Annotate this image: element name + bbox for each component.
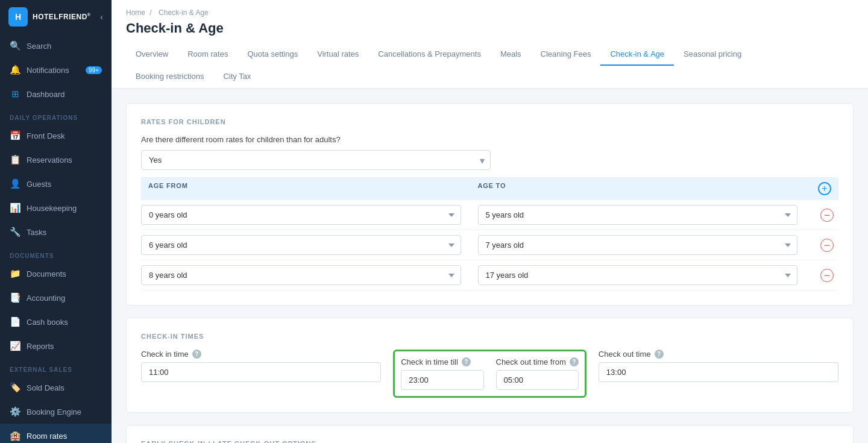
sidebar-item-label: Sold Deals bbox=[27, 383, 64, 392]
section-external-sales: EXTERNAL SALES bbox=[0, 358, 112, 375]
sidebar-item-search[interactable]: 🔍 Search bbox=[0, 34, 112, 58]
sidebar-item-accounting[interactable]: 📑 Accounting bbox=[0, 286, 112, 310]
age-row: 0 years old1 years old2 years old3 years… bbox=[141, 200, 838, 230]
documents-icon: 📁 bbox=[10, 268, 20, 279]
highlight-box: Check in time till ? 23:0022:0024:00 Che… bbox=[393, 350, 587, 398]
age-to-select-2[interactable]: 7 years old8 years old9 years old bbox=[478, 235, 798, 255]
checkout-time-label: Check out time ? bbox=[599, 350, 838, 359]
section-documents: DOCUMENTS bbox=[0, 244, 112, 262]
tab-quota-settings[interactable]: Quota settings bbox=[237, 43, 307, 66]
logo-area: H HOTELFRIEND® bbox=[8, 7, 91, 27]
tab-city-tax[interactable]: City Tax bbox=[213, 66, 260, 88]
sidebar-item-front-desk[interactable]: 📅 Front Desk bbox=[0, 124, 112, 148]
sidebar-collapse-icon[interactable]: ‹ bbox=[100, 12, 103, 22]
sidebar-item-label: Housekeeping bbox=[27, 204, 77, 213]
checkin-times-title: CHECK-IN TIMES bbox=[141, 333, 838, 340]
children-rates-question: Are there different room rates for child… bbox=[141, 135, 838, 144]
sidebar-item-booking-engine[interactable]: ⚙️ Booking Engine bbox=[0, 400, 112, 424]
breadcrumb-separator: / bbox=[149, 8, 151, 17]
checkout-from-group: Check out time from ? 05:0006:0007:00 bbox=[496, 357, 579, 390]
sidebar-item-label: Booking Engine bbox=[27, 407, 81, 416]
guests-icon: 👤 bbox=[10, 178, 20, 189]
tab-room-rates[interactable]: Room rates bbox=[178, 43, 237, 66]
checkin-till-help-icon[interactable]: ? bbox=[462, 357, 471, 366]
checkout-from-label: Check out time from ? bbox=[496, 357, 579, 366]
tabs-row1: Overview Room rates Quota settings Virtu… bbox=[126, 43, 854, 66]
early-checkin-title: EARLY CHECK-IN / LATE CHECK-OUT OPTIONS bbox=[141, 440, 838, 443]
sidebar-item-reports[interactable]: 📈 Reports bbox=[0, 334, 112, 358]
age-to-select-3[interactable]: 17 years old16 years old15 years old bbox=[478, 265, 798, 285]
room-rates-icon: 🏨 bbox=[10, 430, 20, 441]
tab-cleaning-fees[interactable]: Cleaning Fees bbox=[531, 43, 601, 66]
checkout-time-help-icon[interactable]: ? bbox=[655, 350, 664, 359]
age-table-header: AGE FROM AGE TO + bbox=[141, 177, 838, 200]
reports-icon: 📈 bbox=[10, 341, 20, 351]
age-from-select-2[interactable]: 6 years old7 years old8 years old bbox=[141, 235, 461, 255]
checkin-time-label: Check in time ? bbox=[141, 350, 381, 359]
age-row: 8 years old9 years old10 years old 17 ye… bbox=[141, 260, 838, 291]
age-to-header: AGE TO bbox=[478, 182, 808, 195]
sidebar-item-label: Search bbox=[27, 42, 51, 51]
age-add-col: + bbox=[807, 182, 831, 195]
logo-text: HOTELFRIEND® bbox=[33, 13, 91, 21]
checkin-till-select[interactable]: 23:0022:0024:00 bbox=[401, 370, 483, 390]
notifications-badge: 99+ bbox=[86, 66, 102, 74]
sidebar-item-reservations[interactable]: 📋 Reservations bbox=[0, 148, 112, 172]
sidebar-item-cash-books[interactable]: 📄 Cash books bbox=[0, 310, 112, 334]
add-age-row-button[interactable]: + bbox=[818, 182, 831, 195]
sidebar-item-label: Dashboard bbox=[27, 90, 65, 99]
breadcrumb-home[interactable]: Home bbox=[126, 8, 145, 17]
tab-meals[interactable]: Meals bbox=[491, 43, 531, 66]
tab-virtual-rates[interactable]: Virtual rates bbox=[307, 43, 368, 66]
checkout-from-select[interactable]: 05:0006:0007:00 bbox=[496, 370, 579, 390]
search-icon: 🔍 bbox=[10, 40, 20, 51]
rates-children-title: RATES FOR CHILDREN bbox=[141, 118, 838, 125]
sidebar-item-label: Notifications bbox=[27, 66, 69, 75]
tasks-icon: 🔧 bbox=[10, 227, 20, 237]
sidebar-item-label: Documents bbox=[27, 269, 66, 278]
sidebar: H HOTELFRIEND® ‹ 🔍 Search 🔔 Notification… bbox=[0, 0, 112, 443]
checkout-time-group: Check out time ? 13:0012:0014:00 bbox=[587, 350, 838, 382]
bell-icon: 🔔 bbox=[10, 64, 20, 75]
rates-for-children-card: RATES FOR CHILDREN Are there different r… bbox=[126, 103, 854, 306]
sidebar-header: H HOTELFRIEND® ‹ bbox=[0, 0, 112, 34]
booking-engine-icon: ⚙️ bbox=[10, 406, 20, 417]
remove-age-row-2-button[interactable]: − bbox=[820, 239, 834, 252]
sidebar-item-label: Tasks bbox=[27, 228, 46, 237]
tab-seasonal-pricing[interactable]: Seasonal pricing bbox=[674, 43, 751, 66]
checkin-time-select[interactable]: 11:0010:0012:00 bbox=[141, 362, 381, 382]
tab-booking-restrictions[interactable]: Booking restrictions bbox=[126, 66, 213, 88]
sidebar-item-housekeeping[interactable]: 📊 Housekeeping bbox=[0, 196, 112, 220]
sidebar-item-label: Accounting bbox=[27, 294, 65, 303]
age-to-select-1[interactable]: 5 years old6 years old7 years old8 years… bbox=[478, 205, 798, 225]
checkout-time-select[interactable]: 13:0012:0014:00 bbox=[599, 362, 838, 382]
main-content: Home / Check-in & Age Check-in & Age Ove… bbox=[112, 0, 868, 443]
sold-deals-icon: 🏷️ bbox=[10, 382, 20, 393]
content-area: RATES FOR CHILDREN Are there different r… bbox=[112, 89, 868, 443]
dashboard-icon: ⊞ bbox=[10, 89, 20, 99]
age-from-select-3[interactable]: 8 years old9 years old10 years old bbox=[141, 265, 461, 285]
breadcrumb-current: Check-in & Age bbox=[159, 8, 209, 17]
checkout-from-help-icon[interactable]: ? bbox=[570, 357, 579, 366]
sidebar-item-tasks[interactable]: 🔧 Tasks bbox=[0, 220, 112, 244]
sidebar-item-guests[interactable]: 👤 Guests bbox=[0, 172, 112, 196]
sidebar-item-documents[interactable]: 📁 Documents bbox=[0, 262, 112, 286]
accounting-icon: 📑 bbox=[10, 292, 20, 303]
checkin-time-help-icon[interactable]: ? bbox=[192, 350, 201, 359]
section-daily-ops: DAILY OPERATIONS bbox=[0, 106, 112, 124]
sidebar-item-dashboard[interactable]: ⊞ Dashboard bbox=[0, 82, 112, 106]
age-from-select-1[interactable]: 0 years old1 years old2 years old3 years… bbox=[141, 205, 461, 225]
remove-age-row-3-button[interactable]: − bbox=[820, 269, 834, 282]
age-table: AGE FROM AGE TO + 0 years old1 years old… bbox=[141, 177, 838, 291]
remove-age-row-1-button[interactable]: − bbox=[820, 209, 834, 222]
children-rates-select-wrap: Yes No bbox=[141, 150, 491, 170]
sidebar-item-notifications[interactable]: 🔔 Notifications 99+ bbox=[0, 58, 112, 82]
sidebar-item-room-rates[interactable]: 🏨 Room rates bbox=[0, 424, 112, 443]
checkin-time-group: Check in time ? 11:0010:0012:00 bbox=[141, 350, 393, 382]
tab-checkin-age[interactable]: Check-in & Age bbox=[600, 43, 674, 66]
tab-cancellations[interactable]: Cancellations & Prepayments bbox=[368, 43, 491, 66]
sidebar-item-sold-deals[interactable]: 🏷️ Sold Deals bbox=[0, 375, 112, 400]
breadcrumb: Home / Check-in & Age bbox=[126, 8, 854, 17]
children-rates-select[interactable]: Yes No bbox=[141, 150, 491, 170]
tab-overview[interactable]: Overview bbox=[126, 43, 178, 66]
